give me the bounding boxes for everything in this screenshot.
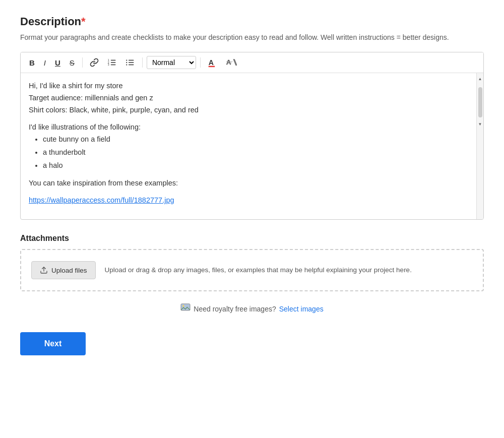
ordered-list-icon: 1 2 3 (107, 58, 117, 67)
editor-bullet-list: cute bunny on a field a thunderbolt a ha… (29, 134, 468, 172)
bold-button[interactable]: B (26, 57, 38, 69)
svg-point-21 (182, 305, 184, 307)
svg-text:A: A (226, 58, 231, 66)
highlight-button[interactable]: A (223, 55, 240, 70)
scrollbar-down-button[interactable]: ▼ (477, 119, 484, 129)
description-editor: B I U S 1 2 3 (20, 52, 484, 220)
strikethrough-button[interactable]: S (66, 57, 78, 69)
editor-text[interactable]: Hi, I'd like a shirt for my store Target… (21, 73, 476, 219)
editor-link[interactable]: https://wallpaperaccess.com/full/1882777… (29, 196, 174, 204)
editor-line-2: Target audience: millennials and gen z (29, 92, 468, 104)
svg-text:A: A (209, 58, 214, 67)
editor-line-1: Hi, I'd like a shirt for my store (29, 80, 468, 92)
upload-icon (40, 266, 48, 274)
italic-button[interactable]: I (40, 57, 49, 69)
editor-line-4: I'd like illustrations of the following: (29, 121, 468, 134)
royalty-text: Need royalty free images? (194, 305, 276, 313)
scrollbar-up-button[interactable]: ▲ (477, 74, 484, 83)
required-indicator: * (81, 15, 86, 28)
toolbar-separator-1 (82, 57, 83, 68)
unordered-list-icon (125, 58, 135, 67)
editor-spacer-1 (29, 116, 468, 121)
svg-rect-13 (209, 66, 215, 68)
upload-files-button[interactable]: Upload files (31, 261, 96, 279)
royalty-select-link[interactable]: Select images (279, 305, 324, 313)
font-color-icon: A (208, 57, 218, 68)
link-button[interactable] (87, 56, 102, 69)
toolbar-separator-2 (142, 57, 143, 68)
style-select[interactable]: Normal Heading 1 Heading 2 Heading 3 (147, 56, 196, 69)
unordered-list-button[interactable] (122, 56, 138, 69)
upload-hint-text: Upload or drag & drop any images, files,… (105, 265, 412, 275)
ordered-list-button[interactable]: 1 2 3 (104, 56, 120, 69)
editor-line-5: You can take inspiration from these exam… (29, 177, 468, 190)
svg-text:3: 3 (108, 63, 109, 66)
scrollbar-thumb[interactable] (478, 87, 482, 117)
upload-btn-label: Upload files (51, 267, 87, 274)
title-text: Description (20, 15, 81, 28)
editor-scrollbar[interactable]: ▲ ▼ (476, 73, 483, 219)
editor-content-area[interactable]: Hi, I'd like a shirt for my store Target… (21, 73, 483, 219)
attachments-title: Attachments (20, 234, 484, 243)
link-icon (90, 58, 99, 67)
page-title: Description* (20, 15, 484, 28)
next-button[interactable]: Next (20, 332, 86, 355)
editor-toolbar: B I U S 1 2 3 (21, 52, 483, 73)
editor-bullet-1: cute bunny on a field (43, 134, 468, 146)
svg-point-11 (126, 64, 127, 65)
editor-bullet-2: a thunderbolt (43, 147, 468, 159)
svg-point-10 (126, 62, 127, 63)
royalty-image-icon (180, 303, 191, 314)
editor-spacer-3 (29, 190, 468, 195)
toolbar-separator-3 (200, 57, 201, 68)
royalty-free-row: Need royalty free images? Select images (20, 303, 484, 314)
editor-bullet-3: a halo (43, 160, 468, 172)
editor-line-6: https://wallpaperaccess.com/full/1882777… (29, 195, 468, 207)
highlight-icon: A (226, 57, 237, 68)
svg-point-9 (126, 59, 127, 60)
editor-spacer-2 (29, 172, 468, 177)
underline-button[interactable]: U (51, 57, 64, 69)
attachments-section: Attachments Upload files Upload or drag … (20, 234, 484, 291)
upload-area[interactable]: Upload files Upload or drag & drop any i… (20, 249, 484, 291)
font-color-button[interactable]: A (205, 55, 221, 70)
editor-line-3: Shirt colors: Black, white, pink, purple… (29, 104, 468, 116)
subtitle-text: Format your paragraphs and create checkl… (20, 32, 484, 43)
